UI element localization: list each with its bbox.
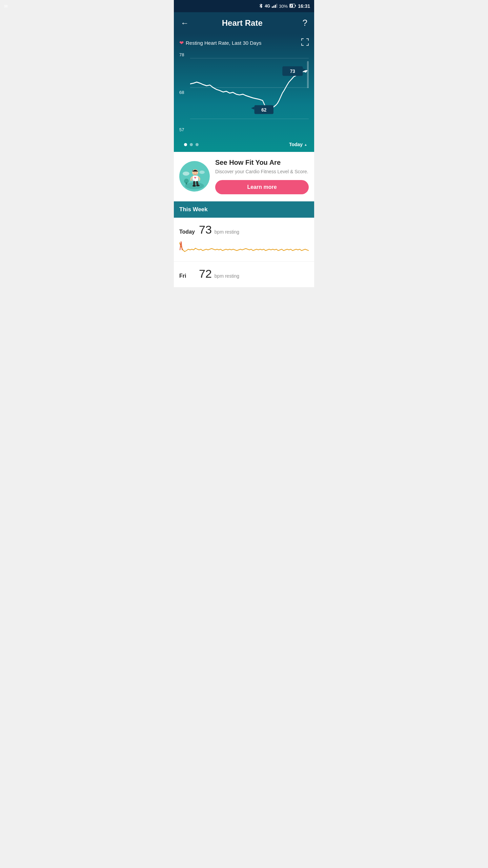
svg-point-30 xyxy=(192,185,196,187)
chart-bottom: Today ▲ xyxy=(179,139,309,149)
svg-text:62: 62 xyxy=(261,107,266,113)
svg-point-24 xyxy=(194,172,195,173)
y-label-top: 78 xyxy=(179,52,190,57)
today-day-item: Today 73 bpm resting xyxy=(174,218,314,262)
fitness-text: See How Fit You Are Discover your Cardio… xyxy=(215,159,309,194)
svg-marker-13 xyxy=(251,107,255,110)
time: 16:31 xyxy=(298,3,310,9)
fitness-card-desc: Discover your Cardio Fitness Level & Sco… xyxy=(215,169,309,175)
today-day-name: Today xyxy=(179,229,196,235)
svg-rect-1 xyxy=(273,5,274,8)
expand-icon[interactable] xyxy=(301,38,309,47)
svg-point-25 xyxy=(196,172,197,173)
dot-2[interactable] xyxy=(190,143,193,146)
battery-text: 30% xyxy=(279,4,288,9)
status-bar: ✉ 4G 30% 16:31 xyxy=(174,0,314,12)
pagination-dots xyxy=(181,143,199,146)
heart-icon: ❤ xyxy=(179,40,184,46)
today-header: Today 73 bpm resting xyxy=(179,223,309,236)
help-button[interactable]: ? xyxy=(303,18,307,28)
fri-day-item: Fri 72 bpm resting xyxy=(174,262,314,288)
scrollbar xyxy=(307,61,309,88)
chart-subtitle: ❤ Resting Heart Rate, Last 30 Days xyxy=(179,40,261,46)
svg-rect-3 xyxy=(277,4,278,8)
chart-container: 78 68 57 62 73 xyxy=(179,51,309,139)
fitness-avatar xyxy=(179,161,210,192)
chart-section: ❤ Resting Heart Rate, Last 30 Days 78 68… xyxy=(174,34,314,152)
svg-rect-2 xyxy=(275,5,276,8)
week-header-text: This Week xyxy=(179,206,208,213)
fri-header: Fri 72 bpm resting xyxy=(179,267,309,280)
week-section-header: This Week xyxy=(174,201,314,218)
fitness-card-title: See How Fit You Are xyxy=(215,159,309,166)
fri-bpm-label: bpm resting xyxy=(215,273,239,279)
dot-3[interactable] xyxy=(196,143,199,146)
chart-label-row: ❤ Resting Heart Rate, Last 30 Days xyxy=(179,38,309,47)
fri-day-name: Fri xyxy=(179,273,196,279)
svg-rect-22 xyxy=(186,182,187,184)
battery-icon xyxy=(289,4,296,9)
chart-y-labels: 78 68 57 xyxy=(179,51,190,139)
fitness-card: See How Fit You Are Discover your Cardio… xyxy=(174,152,314,201)
svg-rect-27 xyxy=(192,180,195,181)
y-label-bot: 57 xyxy=(179,127,190,132)
dot-1[interactable] xyxy=(184,143,187,146)
bluetooth-icon xyxy=(259,3,263,9)
svg-point-31 xyxy=(196,185,200,186)
page-header: ← Heart Rate ? xyxy=(174,12,314,34)
chart-svg: 62 73 xyxy=(190,51,309,139)
svg-point-19 xyxy=(199,171,205,174)
learn-more-button[interactable]: Learn more xyxy=(215,180,309,194)
signal-icon xyxy=(272,4,277,9)
svg-point-18 xyxy=(183,172,189,176)
fri-bpm: 72 xyxy=(199,267,212,280)
network-icon: 4G xyxy=(265,4,270,8)
today-bpm-label: bpm resting xyxy=(215,229,239,235)
svg-rect-0 xyxy=(272,6,273,8)
svg-rect-6 xyxy=(295,5,296,6)
svg-text:73: 73 xyxy=(290,68,295,74)
today-label: Today ▲ xyxy=(289,142,307,147)
y-label-mid: 68 xyxy=(179,90,190,95)
today-bpm: 73 xyxy=(199,223,212,236)
page-title: Heart Rate xyxy=(182,18,303,28)
today-arrow-icon: ▲ xyxy=(304,143,307,146)
today-mini-chart xyxy=(179,240,309,257)
